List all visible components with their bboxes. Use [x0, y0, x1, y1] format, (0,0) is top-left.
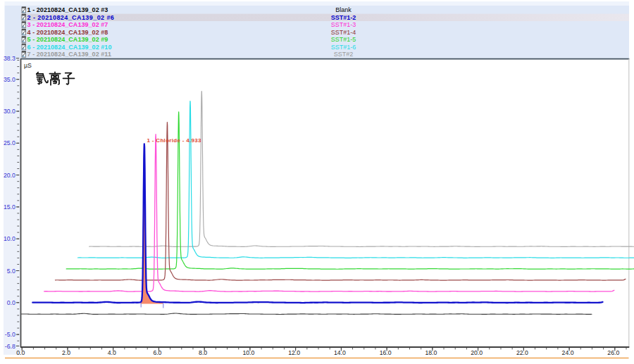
svg-text:12.0: 12.0	[288, 349, 300, 356]
svg-text:10.0: 10.0	[4, 235, 15, 242]
svg-text:µS: µS	[24, 62, 32, 69]
svg-text:30.0: 30.0	[4, 108, 15, 115]
svg-text:6.0: 6.0	[153, 349, 161, 356]
svg-text:22.0: 22.0	[516, 349, 528, 356]
svg-text:SST#1-6: SST#1-6	[331, 44, 356, 51]
svg-text:15.0: 15.0	[4, 203, 15, 211]
svg-text:0.0: 0.0	[7, 299, 15, 306]
svg-text:38.3: 38.3	[4, 55, 15, 62]
svg-text:SST#1-4: SST#1-4	[331, 29, 356, 36]
svg-text:20.0: 20.0	[471, 349, 483, 356]
svg-text:0.0: 0.0	[16, 349, 25, 356]
svg-text:6 - 20210824_CA139_02 #10: 6 - 20210824_CA139_02 #10	[27, 44, 112, 51]
svg-text:8.0: 8.0	[199, 349, 207, 356]
svg-text:2 - 20210824_CA139_02 #6: 2 - 20210824_CA139_02 #6	[27, 14, 115, 21]
svg-text:SST#1-5: SST#1-5	[331, 36, 356, 43]
svg-text:5.0: 5.0	[7, 268, 15, 275]
svg-text:25.0: 25.0	[4, 139, 15, 146]
svg-text:7 - 20210824_CA139_02 #11: 7 - 20210824_CA139_02 #11	[27, 51, 111, 58]
svg-text:1 - 20210824_CA139_02 #3: 1 - 20210824_CA139_02 #3	[27, 6, 108, 13]
svg-text:20.0: 20.0	[4, 172, 15, 179]
svg-text:35.0: 35.0	[4, 76, 15, 83]
svg-text:26.0: 26.0	[607, 349, 619, 356]
svg-text:4.0: 4.0	[108, 349, 116, 356]
svg-text:SST#1-3: SST#1-3	[331, 21, 356, 28]
svg-text:4 - 20210824_CA139_02 #8: 4 - 20210824_CA139_02 #8	[27, 29, 108, 36]
svg-text:16.0: 16.0	[380, 349, 392, 356]
svg-text:-5.0: -5.0	[5, 331, 15, 338]
svg-text:18.0: 18.0	[425, 349, 437, 356]
svg-text:-6.8: -6.8	[5, 343, 15, 350]
svg-text:10.0: 10.0	[242, 349, 254, 356]
svg-text:14.0: 14.0	[334, 349, 346, 356]
svg-text:SST#1-2: SST#1-2	[331, 14, 356, 21]
svg-text:24.0: 24.0	[562, 349, 574, 356]
svg-text:5 - 20210824_CA139_02 #9: 5 - 20210824_CA139_02 #9	[27, 36, 108, 43]
svg-text:1 - Chloride - 4.933: 1 - Chloride - 4.933	[147, 137, 201, 144]
svg-text:SST#2: SST#2	[334, 51, 354, 58]
svg-text:2.0: 2.0	[62, 349, 70, 356]
svg-text:Blank: Blank	[335, 6, 352, 13]
svg-text:3 - 20210824_CA139_02 #7: 3 - 20210824_CA139_02 #7	[27, 21, 108, 28]
